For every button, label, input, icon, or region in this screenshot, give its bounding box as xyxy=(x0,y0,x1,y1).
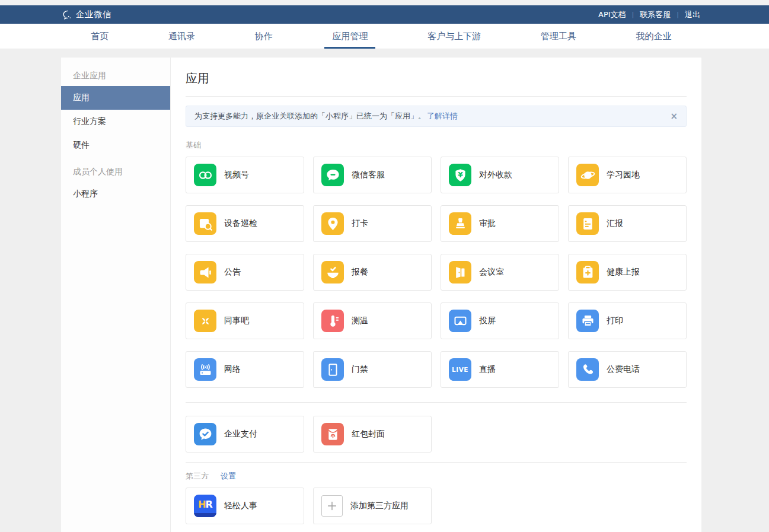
meal-bowl-icon xyxy=(321,261,344,283)
separator: | xyxy=(677,11,679,18)
shield-payment-icon: ¥ xyxy=(449,164,471,186)
app-card[interactable]: 微信客服 xyxy=(313,157,432,193)
basic-grid-1: 视频号微信客服¥对外收款学习园地设备巡检打卡审批汇报公告报餐会议室健康上报同事吧… xyxy=(186,157,687,388)
app-card[interactable]: 设备巡检 xyxy=(186,205,304,242)
page-title: 应用 xyxy=(186,58,687,97)
content-panel: 企业应用应用行业方案硬件成员个人使用小程序 应用 为支持更多能力，原企业关联添加… xyxy=(61,58,701,532)
app-label: 门禁 xyxy=(352,364,368,375)
hr-logo-band xyxy=(194,513,216,517)
close-icon[interactable]: × xyxy=(670,112,678,121)
app-label: 红包封面 xyxy=(352,429,385,439)
app-card[interactable]: 红包封面 xyxy=(313,416,432,453)
app-label: 轻松人事 xyxy=(224,501,257,511)
video-channels-icon xyxy=(194,164,216,186)
wecom-logo-icon xyxy=(61,9,73,21)
notice-banner: 为支持更多能力，原企业关联添加的「小程序」已统一为「应用」。 了解详情 × xyxy=(186,106,687,127)
app-card[interactable]: LIVE直播 xyxy=(441,351,559,388)
sidebar-item[interactable]: 应用 xyxy=(61,86,170,110)
topbar-link[interactable]: API文档 xyxy=(597,9,627,20)
main-content: 应用 为支持更多能力，原企业关联添加的「小程序」已统一为「应用」。 了解详情 ×… xyxy=(171,58,701,532)
health-clipboard-icon xyxy=(576,261,599,283)
separator: | xyxy=(632,11,634,18)
nav-tab[interactable]: 管理工具 xyxy=(533,24,584,49)
location-pin-icon xyxy=(321,212,344,235)
divider xyxy=(186,462,687,463)
pinwheel-icon xyxy=(194,310,216,332)
planet-icon xyxy=(576,164,599,186)
nav-tab[interactable]: 协作 xyxy=(247,24,280,49)
wepay-bubble-icon xyxy=(194,423,216,445)
topbar-link[interactable]: 联系客服 xyxy=(639,9,672,20)
nav-tab[interactable]: 通讯录 xyxy=(161,24,203,49)
app-card[interactable]: 测温 xyxy=(313,302,432,339)
app-card[interactable]: 网络 xyxy=(186,351,304,388)
app-card[interactable]: 公告 xyxy=(186,254,304,291)
app-card[interactable]: 公费电话 xyxy=(568,351,687,388)
app-label: 打印 xyxy=(607,316,623,326)
app-card[interactable]: 汇报 xyxy=(568,205,687,242)
app-label: 网络 xyxy=(224,364,241,375)
app-label: 测温 xyxy=(352,316,368,326)
sidebar-item[interactable]: 小程序 xyxy=(61,182,170,206)
third-party-grid: HR轻松人事添加第三方应用 xyxy=(186,488,687,524)
divider xyxy=(186,402,687,403)
app-card[interactable]: 同事吧 xyxy=(186,302,304,339)
nav-tab[interactable]: 我的企业 xyxy=(628,24,679,49)
plus-icon xyxy=(321,495,343,517)
sidebar-item[interactable]: 行业方案 xyxy=(61,110,170,133)
app-card[interactable]: 审批 xyxy=(441,205,559,242)
topbar-link[interactable]: 退出 xyxy=(684,9,701,20)
app-card[interactable]: 学习园地 xyxy=(568,157,687,193)
basic-grid-2: 企业支付红包封面 xyxy=(186,416,687,453)
sidebar-group-header: 企业应用 xyxy=(61,66,170,86)
app-label: 打卡 xyxy=(352,218,368,229)
hr-logo-icon: HR xyxy=(194,495,216,517)
app-card[interactable]: ¥对外收款 xyxy=(441,157,559,193)
nav-tab[interactable]: 客户与上下游 xyxy=(420,24,489,49)
app-label: 设备巡检 xyxy=(224,218,257,229)
screen-cast-icon xyxy=(449,310,471,332)
topbar-links: API文档|联系客服|退出 xyxy=(597,9,701,20)
notice-learn-more-link[interactable]: 了解详情 xyxy=(427,111,458,122)
app-label: 学习园地 xyxy=(607,170,640,180)
app-label: 公费电话 xyxy=(607,364,640,375)
app-card[interactable]: HR轻松人事 xyxy=(186,488,304,524)
app-card[interactable]: 视频号 xyxy=(186,157,304,193)
chat-service-icon xyxy=(321,164,344,186)
app-label: 审批 xyxy=(479,218,496,229)
app-card[interactable]: 会议室 xyxy=(441,254,559,291)
app-label: 健康上报 xyxy=(607,267,640,278)
thermometer-icon xyxy=(321,310,344,332)
report-doc-icon xyxy=(576,212,599,235)
nav-tabs: 首页通讯录协作应用管理客户与上下游管理工具我的企业 xyxy=(61,24,701,49)
live-badge-icon: LIVE xyxy=(449,358,471,381)
sidebar-item[interactable]: 硬件 xyxy=(61,133,170,157)
third-party-header: 第三方 设置 xyxy=(186,471,687,482)
app-label: 汇报 xyxy=(607,218,623,229)
section-label-third-party: 第三方 xyxy=(186,471,209,482)
app-card[interactable]: 报餐 xyxy=(313,254,432,291)
door-access-icon xyxy=(321,358,344,381)
app-card[interactable]: 健康上报 xyxy=(568,254,687,291)
nav-tab[interactable]: 首页 xyxy=(83,24,116,49)
app-card[interactable]: 打卡 xyxy=(313,205,432,242)
app-label: 投屏 xyxy=(479,316,496,326)
sidebar-group-header: 成员个人使用 xyxy=(61,162,170,182)
red-packet-icon xyxy=(321,423,344,445)
primary-nav: 首页通讯录协作应用管理客户与上下游管理工具我的企业 xyxy=(0,24,769,49)
app-card[interactable]: 打印 xyxy=(568,302,687,339)
app-label: 对外收款 xyxy=(479,170,512,180)
app-label: 报餐 xyxy=(352,267,368,278)
app-label: 微信客服 xyxy=(352,170,385,180)
brand[interactable]: 企业微信 xyxy=(61,9,111,21)
app-card[interactable]: 添加第三方应用 xyxy=(313,488,432,524)
app-card[interactable]: 企业支付 xyxy=(186,416,304,453)
nav-tab[interactable]: 应用管理 xyxy=(324,24,375,49)
svg-text:¥: ¥ xyxy=(458,170,463,179)
app-card[interactable]: 投屏 xyxy=(441,302,559,339)
sidebar: 企业应用应用行业方案硬件成员个人使用小程序 xyxy=(61,58,171,532)
app-label: 同事吧 xyxy=(224,316,249,326)
brand-name: 企业微信 xyxy=(76,9,111,20)
third-party-settings-link[interactable]: 设置 xyxy=(221,471,236,482)
app-card[interactable]: 门禁 xyxy=(313,351,432,388)
